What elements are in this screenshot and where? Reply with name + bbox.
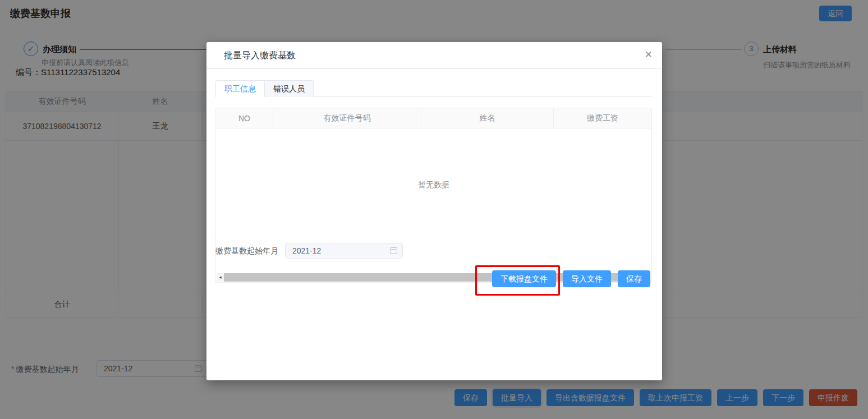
dialog-tabs: 职工信息 错误人员	[215, 80, 652, 97]
app-window: 缴费基数申报 返回 ✓ 办理须知 申报前请认真阅读此项信息 编号：S113112…	[0, 0, 868, 419]
header-no: NO	[216, 108, 273, 128]
download-template-file-button[interactable]: 下载报盘文件	[492, 270, 556, 287]
close-icon[interactable]: ✕	[645, 49, 653, 61]
import-table-body: 暂无数据	[216, 128, 651, 273]
calendar-icon	[390, 247, 397, 254]
dialog-title: 批量导入缴费基数	[224, 50, 296, 62]
modal-button-bar: 下载报盘文件 导入文件 保存	[492, 270, 650, 287]
header-name: 姓名	[421, 108, 554, 128]
modal-save-button[interactable]: 保存	[618, 270, 650, 287]
import-file-button[interactable]: 导入文件	[563, 270, 611, 287]
header-id-number: 有效证件号码	[273, 108, 421, 128]
modal-base-start-month-label: 缴费基数起始年月	[215, 246, 278, 256]
modal-base-start-month-input[interactable]: 2021-12	[285, 243, 403, 259]
header-wage: 缴费工资	[554, 108, 651, 128]
empty-placeholder: 暂无数据	[216, 180, 651, 190]
import-preview-table: NO 有效证件号码 姓名 缴费工资 暂无数据 ◂ ▸	[215, 108, 652, 283]
batch-import-dialog: 批量导入缴费基数 ✕ 职工信息 错误人员 NO 有效证件号码 姓名 缴费工资 暂…	[206, 42, 662, 380]
modal-base-start-month-value: 2021-12	[292, 246, 321, 255]
scroll-left-icon[interactable]: ◂	[217, 273, 224, 282]
tab-employee-info[interactable]: 职工信息	[215, 80, 265, 97]
dialog-header: 批量导入缴费基数 ✕	[206, 42, 662, 69]
tab-error-persons[interactable]: 错误人员	[265, 80, 314, 97]
import-table-header: NO 有效证件号码 姓名 缴费工资	[216, 108, 651, 128]
